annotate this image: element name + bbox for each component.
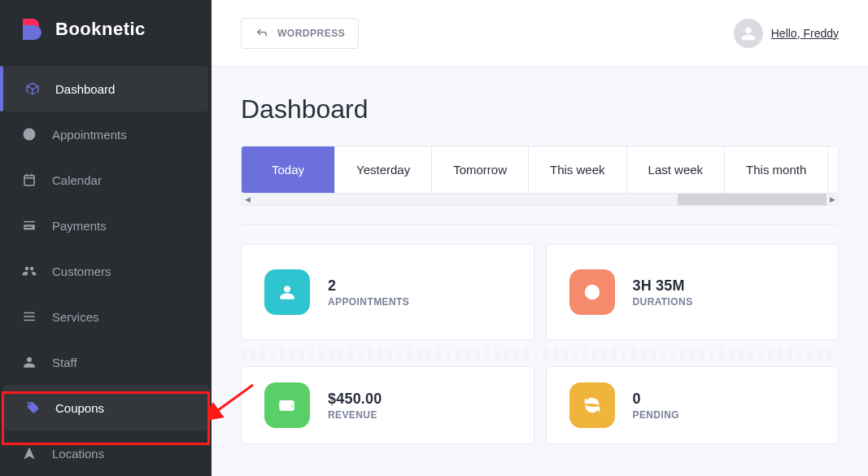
sidebar-item-label: Appointments — [52, 128, 127, 142]
sidebar-item-label: Customers — [52, 264, 111, 278]
clock-icon — [21, 126, 37, 142]
dashed-divider — [241, 348, 839, 358]
sidebar: Booknetic Dashboard Appointments Calenda… — [0, 0, 212, 476]
person-icon — [21, 354, 37, 370]
stat-card-durations: 3H 35M DURATIONS — [546, 244, 840, 340]
divider — [241, 224, 839, 225]
tab-tomorrow[interactable]: Tomorrow — [432, 146, 529, 193]
wallet-icon — [264, 382, 310, 428]
clock-icon — [569, 269, 615, 315]
sidebar-item-services[interactable]: Services — [0, 294, 212, 339]
sidebar-nav: Dashboard Appointments Calendar Payments — [0, 58, 212, 476]
sidebar-item-label: Dashboard — [55, 82, 115, 96]
sidebar-item-label: Calendar — [52, 173, 102, 187]
back-to-wordpress-button[interactable]: WORDPRESS — [241, 18, 359, 49]
tab-this-week[interactable]: This week — [529, 146, 627, 193]
scroll-thumb[interactable] — [253, 194, 678, 205]
stat-card-revenue: $450.00 REVENUE — [241, 366, 534, 444]
tab-last-week[interactable]: Last week — [627, 146, 726, 193]
sidebar-item-calendar[interactable]: Calendar — [0, 157, 212, 203]
sidebar-item-label: Services — [52, 310, 99, 324]
main: WORDPRESS Hello, Freddy Dashboard Today … — [212, 0, 868, 476]
stat-value: $450.00 — [328, 391, 382, 408]
sidebar-item-customers[interactable]: Customers — [0, 248, 212, 294]
location-icon — [21, 445, 37, 461]
tab-more[interactable]: Th — [828, 146, 839, 193]
content: Dashboard Today Yesterday Tomorrow This … — [212, 67, 868, 444]
stat-label: APPOINTMENTS — [328, 296, 409, 308]
person-icon — [264, 269, 310, 315]
tab-yesterday[interactable]: Yesterday — [335, 146, 432, 193]
stat-card-pending: 0 PENDING — [546, 366, 840, 444]
stat-cards-row-1: 2 APPOINTMENTS 3H 35M DURATIONS — [241, 244, 839, 340]
list-icon — [21, 308, 37, 325]
scroll-right-icon[interactable]: ▶ — [827, 194, 838, 205]
date-range-tabs: Today Yesterday Tomorrow This week Last … — [241, 146, 839, 206]
stat-value: 3H 35M — [633, 277, 693, 295]
back-button-label: WORDPRESS — [277, 28, 345, 39]
sidebar-item-appointments[interactable]: Appointments — [0, 111, 212, 157]
back-arrow-icon — [255, 26, 269, 41]
sidebar-item-locations[interactable]: Locations — [0, 430, 212, 476]
sidebar-item-label: Locations — [52, 447, 104, 461]
users-icon — [21, 263, 37, 279]
user-area[interactable]: Hello, Freddy — [734, 19, 839, 48]
scroll-left-icon[interactable]: ◀ — [242, 194, 253, 205]
stat-value: 2 — [328, 277, 409, 295]
calendar-icon — [21, 172, 37, 188]
tabs-scrollbar[interactable]: ◀ ▶ — [241, 194, 839, 206]
sidebar-item-label: Coupons — [55, 401, 104, 415]
cube-icon — [24, 81, 41, 97]
stat-label: REVENUE — [328, 409, 382, 421]
stat-label: DURATIONS — [633, 296, 693, 308]
sidebar-item-label: Staff — [52, 356, 77, 369]
tab-this-month[interactable]: This month — [725, 146, 828, 193]
sidebar-item-coupons[interactable]: Coupons — [3, 385, 208, 430]
user-greeting-link[interactable]: Hello, Freddy — [771, 27, 839, 40]
stat-value: 0 — [633, 391, 679, 408]
stat-card-appointments: 2 APPOINTMENTS — [241, 244, 534, 340]
tab-today[interactable]: Today — [242, 146, 335, 193]
sidebar-item-label: Payments — [52, 219, 107, 233]
brand: Booknetic — [0, 0, 212, 58]
sidebar-item-dashboard[interactable]: Dashboard — [3, 66, 208, 111]
sidebar-item-staff[interactable]: Staff — [0, 339, 212, 385]
brand-logo-icon — [20, 17, 44, 41]
stat-cards-row-2: $450.00 REVENUE 0 PENDING — [241, 366, 839, 444]
refresh-icon — [569, 382, 615, 428]
topbar: WORDPRESS Hello, Freddy — [212, 0, 868, 67]
scroll-track[interactable] — [253, 194, 827, 205]
page-title: Dashboard — [241, 94, 839, 124]
sidebar-item-payments[interactable]: Payments — [0, 203, 212, 248]
stat-label: PENDING — [633, 409, 679, 421]
brand-name: Booknetic — [55, 19, 146, 40]
wallet-icon — [21, 217, 37, 234]
tag-icon — [24, 400, 41, 416]
avatar — [734, 19, 763, 48]
